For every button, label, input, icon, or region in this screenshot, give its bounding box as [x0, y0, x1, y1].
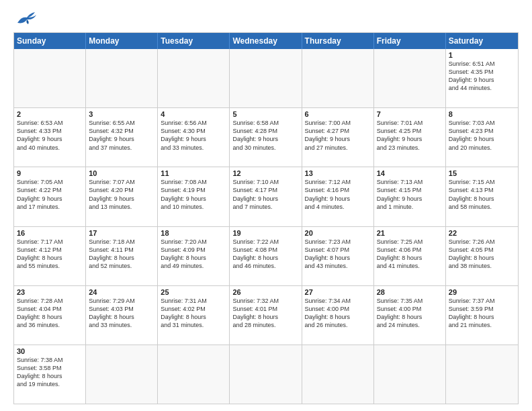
day-cell-3: 3Sunrise: 6:55 AM Sunset: 4:32 PM Daylig… — [86, 108, 158, 167]
day-info: Sunrise: 6:56 AM Sunset: 4:30 PM Dayligh… — [161, 119, 226, 152]
day-cell-13: 13Sunrise: 7:12 AM Sunset: 4:16 PM Dayli… — [302, 167, 374, 226]
day-info: Sunrise: 7:12 AM Sunset: 4:16 PM Dayligh… — [305, 178, 371, 211]
day-number: 25 — [161, 288, 226, 296]
day-number: 21 — [377, 229, 443, 237]
day-info: Sunrise: 7:29 AM Sunset: 4:03 PM Dayligh… — [89, 297, 154, 330]
day-info: Sunrise: 6:51 AM Sunset: 4:35 PM Dayligh… — [449, 60, 515, 93]
day-number: 22 — [449, 229, 515, 237]
day-cell-14: 14Sunrise: 7:13 AM Sunset: 4:15 PM Dayli… — [374, 167, 446, 226]
day-cell-12: 12Sunrise: 7:10 AM Sunset: 4:17 PM Dayli… — [230, 167, 302, 226]
day-cell-18: 18Sunrise: 7:20 AM Sunset: 4:09 PM Dayli… — [158, 227, 230, 285]
day-number: 10 — [89, 169, 154, 177]
day-number: 8 — [449, 110, 515, 118]
day-info: Sunrise: 7:22 AM Sunset: 4:08 PM Dayligh… — [232, 238, 298, 271]
day-info: Sunrise: 7:03 AM Sunset: 4:23 PM Dayligh… — [449, 119, 515, 152]
day-cell-22: 22Sunrise: 7:26 AM Sunset: 4:05 PM Dayli… — [446, 227, 518, 285]
calendar-row-0: 1Sunrise: 6:51 AM Sunset: 4:35 PM Daylig… — [14, 49, 518, 108]
day-info: Sunrise: 7:38 AM Sunset: 3:58 PM Dayligh… — [17, 356, 83, 389]
day-info: Sunrise: 7:13 AM Sunset: 4:15 PM Dayligh… — [377, 178, 443, 211]
day-cell-empty-5-5 — [374, 345, 446, 404]
day-number: 20 — [305, 229, 371, 237]
day-info: Sunrise: 6:55 AM Sunset: 4:32 PM Dayligh… — [89, 119, 154, 152]
day-cell-16: 16Sunrise: 7:17 AM Sunset: 4:12 PM Dayli… — [14, 227, 86, 285]
day-info: Sunrise: 7:34 AM Sunset: 4:00 PM Dayligh… — [305, 297, 371, 330]
day-number: 7 — [377, 110, 443, 118]
day-number: 26 — [232, 288, 298, 296]
day-cell-8: 8Sunrise: 7:03 AM Sunset: 4:23 PM Daylig… — [446, 108, 518, 167]
day-cell-24: 24Sunrise: 7:29 AM Sunset: 4:03 PM Dayli… — [86, 286, 158, 345]
day-cell-23: 23Sunrise: 7:28 AM Sunset: 4:04 PM Dayli… — [14, 286, 86, 345]
day-info: Sunrise: 7:05 AM Sunset: 4:22 PM Dayligh… — [17, 178, 83, 211]
day-cell-19: 19Sunrise: 7:22 AM Sunset: 4:08 PM Dayli… — [230, 227, 302, 285]
calendar-row-2: 9Sunrise: 7:05 AM Sunset: 4:22 PM Daylig… — [14, 167, 518, 226]
day-number: 15 — [449, 169, 515, 177]
day-number: 14 — [377, 169, 443, 177]
day-cell-empty-0-4 — [302, 49, 374, 107]
day-cell-5: 5Sunrise: 6:58 AM Sunset: 4:28 PM Daylig… — [230, 108, 302, 167]
day-number: 4 — [161, 110, 226, 118]
weekday-header-sunday: Sunday — [14, 33, 86, 49]
day-number: 1 — [449, 51, 515, 59]
day-cell-empty-0-3 — [230, 49, 302, 107]
day-cell-29: 29Sunrise: 7:37 AM Sunset: 3:59 PM Dayli… — [446, 286, 518, 345]
day-number: 9 — [17, 169, 83, 177]
day-cell-17: 17Sunrise: 7:18 AM Sunset: 4:11 PM Dayli… — [86, 227, 158, 285]
page: SundayMondayTuesdayWednesdayThursdayFrid… — [0, 0, 532, 411]
day-cell-empty-0-0 — [14, 49, 86, 107]
day-cell-empty-5-4 — [302, 345, 374, 404]
day-cell-27: 27Sunrise: 7:34 AM Sunset: 4:00 PM Dayli… — [302, 286, 374, 345]
day-cell-1: 1Sunrise: 6:51 AM Sunset: 4:35 PM Daylig… — [446, 49, 518, 107]
day-cell-15: 15Sunrise: 7:15 AM Sunset: 4:13 PM Dayli… — [446, 167, 518, 226]
day-info: Sunrise: 7:18 AM Sunset: 4:11 PM Dayligh… — [89, 238, 154, 271]
day-number: 30 — [17, 347, 83, 355]
day-cell-25: 25Sunrise: 7:31 AM Sunset: 4:02 PM Dayli… — [158, 286, 230, 345]
calendar-row-1: 2Sunrise: 6:53 AM Sunset: 4:33 PM Daylig… — [14, 108, 518, 167]
day-cell-empty-0-5 — [374, 49, 446, 107]
calendar-header: SundayMondayTuesdayWednesdayThursdayFrid… — [14, 33, 518, 49]
day-info: Sunrise: 7:00 AM Sunset: 4:27 PM Dayligh… — [305, 119, 371, 152]
day-cell-30: 30Sunrise: 7:38 AM Sunset: 3:58 PM Dayli… — [14, 345, 86, 404]
day-info: Sunrise: 7:28 AM Sunset: 4:04 PM Dayligh… — [17, 297, 83, 330]
day-number: 29 — [449, 288, 515, 296]
day-number: 5 — [232, 110, 298, 118]
day-cell-26: 26Sunrise: 7:32 AM Sunset: 4:01 PM Dayli… — [230, 286, 302, 345]
day-cell-20: 20Sunrise: 7:23 AM Sunset: 4:07 PM Dayli… — [302, 227, 374, 285]
weekday-header-wednesday: Wednesday — [230, 33, 302, 49]
day-info: Sunrise: 7:32 AM Sunset: 4:01 PM Dayligh… — [232, 297, 298, 330]
day-cell-10: 10Sunrise: 7:07 AM Sunset: 4:20 PM Dayli… — [86, 167, 158, 226]
day-number: 3 — [89, 110, 154, 118]
day-info: Sunrise: 7:20 AM Sunset: 4:09 PM Dayligh… — [161, 238, 226, 271]
calendar-row-5: 30Sunrise: 7:38 AM Sunset: 3:58 PM Dayli… — [14, 345, 518, 404]
day-number: 12 — [232, 169, 298, 177]
day-cell-6: 6Sunrise: 7:00 AM Sunset: 4:27 PM Daylig… — [302, 108, 374, 167]
day-cell-2: 2Sunrise: 6:53 AM Sunset: 4:33 PM Daylig… — [14, 108, 86, 167]
day-cell-28: 28Sunrise: 7:35 AM Sunset: 4:00 PM Dayli… — [374, 286, 446, 345]
day-number: 16 — [17, 229, 83, 237]
day-number: 18 — [161, 229, 226, 237]
calendar: SundayMondayTuesdayWednesdayThursdayFrid… — [13, 32, 519, 404]
day-number: 28 — [377, 288, 443, 296]
day-number: 13 — [305, 169, 371, 177]
day-cell-empty-0-1 — [86, 49, 158, 107]
day-info: Sunrise: 7:25 AM Sunset: 4:06 PM Dayligh… — [377, 238, 443, 271]
weekday-header-friday: Friday — [374, 33, 446, 49]
day-number: 2 — [17, 110, 83, 118]
weekday-header-tuesday: Tuesday — [158, 33, 230, 49]
logo-bird-icon — [15, 11, 38, 26]
day-cell-empty-5-1 — [86, 345, 158, 404]
day-info: Sunrise: 6:53 AM Sunset: 4:33 PM Dayligh… — [17, 119, 83, 152]
day-info: Sunrise: 7:17 AM Sunset: 4:12 PM Dayligh… — [17, 238, 83, 271]
day-info: Sunrise: 7:26 AM Sunset: 4:05 PM Dayligh… — [449, 238, 515, 271]
header — [13, 11, 519, 27]
day-info: Sunrise: 6:58 AM Sunset: 4:28 PM Dayligh… — [232, 119, 298, 152]
day-number: 6 — [305, 110, 371, 118]
day-number: 27 — [305, 288, 371, 296]
day-number: 17 — [89, 229, 154, 237]
weekday-header-monday: Monday — [86, 33, 158, 49]
day-info: Sunrise: 7:08 AM Sunset: 4:19 PM Dayligh… — [161, 178, 226, 211]
day-cell-7: 7Sunrise: 7:01 AM Sunset: 4:25 PM Daylig… — [374, 108, 446, 167]
weekday-header-thursday: Thursday — [302, 33, 374, 49]
day-number: 19 — [232, 229, 298, 237]
day-cell-empty-5-3 — [230, 345, 302, 404]
day-cell-empty-5-6 — [446, 345, 518, 404]
